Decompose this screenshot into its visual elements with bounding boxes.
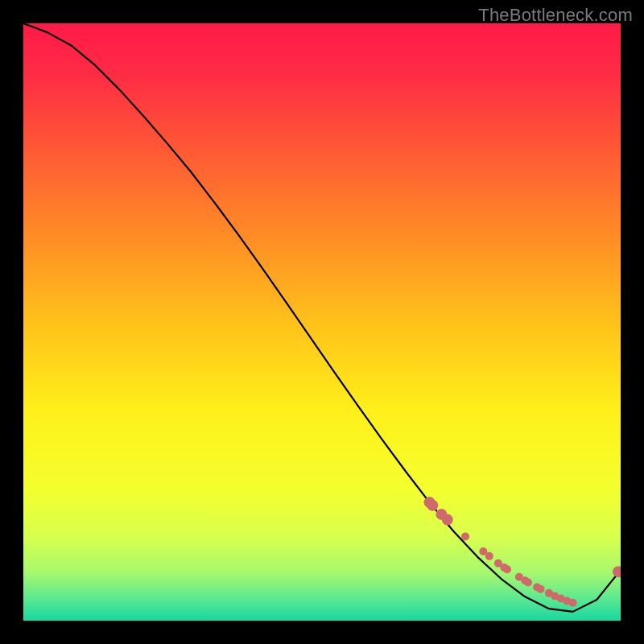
data-marker bbox=[503, 565, 511, 573]
chart-svg bbox=[23, 23, 621, 621]
data-marker bbox=[427, 500, 438, 511]
data-marker bbox=[461, 532, 469, 540]
chart-stage: TheBottleneck.com bbox=[0, 0, 644, 644]
chart-plot-area bbox=[23, 23, 621, 621]
data-marker bbox=[442, 514, 453, 526]
gradient-background bbox=[23, 23, 621, 621]
data-marker bbox=[537, 585, 545, 593]
data-marker bbox=[485, 552, 493, 560]
data-marker bbox=[569, 599, 577, 607]
data-marker bbox=[524, 579, 532, 587]
